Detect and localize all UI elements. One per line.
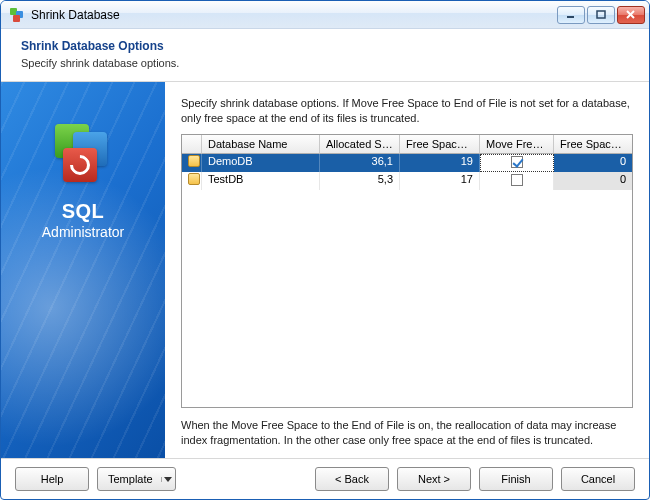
col-header-after[interactable]: Free Space ... [554,135,632,154]
table-row[interactable]: DemoDB 36,1 19 0 [182,154,632,172]
grid-body: DemoDB 36,1 19 0 TestDB 5,3 17 0 [182,154,632,408]
template-dropdown[interactable] [161,477,175,482]
svg-rect-4 [597,11,605,18]
main-panel: Specify shrink database options. If Move… [165,82,649,458]
cell-move-checkbox[interactable] [480,154,554,172]
app-icon-small [9,7,25,23]
database-icon [182,154,202,172]
template-label: Template [108,473,161,485]
grid-header: Database Name Allocated Sp... Free Space… [182,135,632,154]
help-label: Help [41,473,64,485]
table-row[interactable]: TestDB 5,3 17 0 [182,172,632,190]
cell-allocated: 36,1 [320,154,400,172]
chevron-down-icon [164,477,172,482]
cell-name: DemoDB [202,154,320,172]
sidebar: SQL Administrator [1,82,165,458]
brand-line1: SQL [62,200,105,223]
titlebar: Shrink Database [1,1,649,29]
description-text: Specify shrink database options. If Move… [181,96,633,126]
cell-after: 0 [554,172,632,190]
cancel-button[interactable]: Cancel [561,467,635,491]
button-bar: Help Template < Back Next > Finish Cance… [1,459,649,499]
window-title: Shrink Database [31,8,557,22]
svg-rect-0 [10,8,17,15]
dialog-window: Shrink Database Shrink Database Options … [0,0,650,500]
header-subtitle: Specify shrink database options. [21,57,629,69]
footer-note: When the Move Free Space to the End of F… [181,418,633,448]
cell-allocated: 5,3 [320,172,400,190]
cell-move-checkbox[interactable] [480,172,554,190]
svg-rect-2 [13,15,20,22]
next-button[interactable]: Next > [397,467,471,491]
col-header-move[interactable]: Move Free ... [480,135,554,154]
database-icon [182,172,202,190]
finish-button[interactable]: Finish [479,467,553,491]
brand-line2: Administrator [42,224,124,240]
maximize-button[interactable] [587,6,615,24]
help-button[interactable]: Help [15,467,89,491]
database-grid[interactable]: Database Name Allocated Sp... Free Space… [181,134,633,409]
col-header-allocated[interactable]: Allocated Sp... [320,135,400,154]
col-header-free[interactable]: Free Space,... [400,135,480,154]
back-button[interactable]: < Back [315,467,389,491]
cell-free: 17 [400,172,480,190]
finish-label: Finish [501,473,530,485]
cell-after: 0 [554,154,632,172]
col-header-name[interactable]: Database Name [202,135,320,154]
cell-name: TestDB [202,172,320,190]
minimize-button[interactable] [557,6,585,24]
cancel-label: Cancel [581,473,615,485]
close-button[interactable] [617,6,645,24]
next-label: Next > [418,473,450,485]
template-button[interactable]: Template [97,467,176,491]
cell-free: 19 [400,154,480,172]
header-title: Shrink Database Options [21,39,629,53]
back-label: < Back [335,473,369,485]
app-logo [51,122,115,186]
header: Shrink Database Options Specify shrink d… [1,29,649,82]
